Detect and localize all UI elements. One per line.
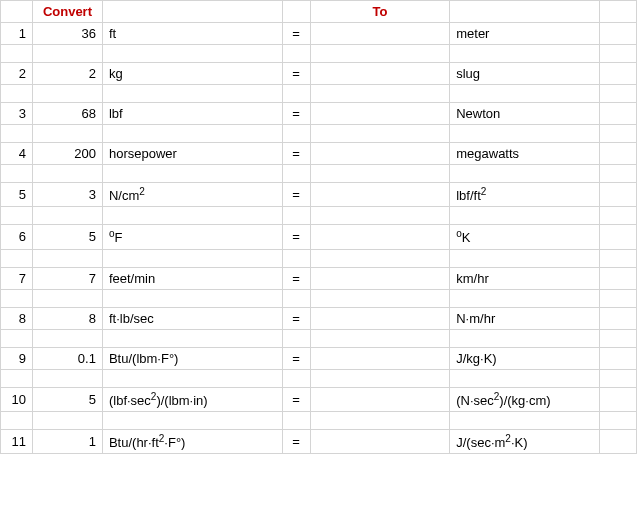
spacer-row bbox=[1, 411, 637, 429]
to-unit: Newton bbox=[450, 103, 600, 125]
from-unit: kg bbox=[102, 63, 282, 85]
equals-sign: = bbox=[282, 183, 310, 207]
to-unit: (N·sec2)/(kg·cm) bbox=[450, 387, 600, 411]
from-unit: ft·lb/sec bbox=[102, 307, 282, 329]
equals-sign: = bbox=[282, 225, 310, 249]
equals-sign: = bbox=[282, 387, 310, 411]
to-unit: megawatts bbox=[450, 143, 600, 165]
table-row: 4200horsepower=megawatts bbox=[1, 143, 637, 165]
table-row: 90.1Btu/(lbm·F°)=J/kg·K) bbox=[1, 347, 637, 369]
row-index: 6 bbox=[1, 225, 33, 249]
equals-sign: = bbox=[282, 429, 310, 453]
result-value bbox=[310, 307, 450, 329]
spacer-row bbox=[1, 125, 637, 143]
result-value bbox=[310, 143, 450, 165]
to-unit: km/hr bbox=[450, 267, 600, 289]
spacer-row bbox=[1, 207, 637, 225]
from-unit: N/cm2 bbox=[102, 183, 282, 207]
convert-value: 7 bbox=[32, 267, 102, 289]
convert-value: 200 bbox=[32, 143, 102, 165]
spacer-row bbox=[1, 85, 637, 103]
table-row: 22kg=slug bbox=[1, 63, 637, 85]
table-row: 368lbf=Newton bbox=[1, 103, 637, 125]
result-value bbox=[310, 103, 450, 125]
spacer-row bbox=[1, 329, 637, 347]
row-index: 3 bbox=[1, 103, 33, 125]
from-unit: ft bbox=[102, 23, 282, 45]
table-row: 88ft·lb/sec=N·m/hr bbox=[1, 307, 637, 329]
result-value bbox=[310, 63, 450, 85]
spacer-row bbox=[1, 45, 637, 63]
conversion-table: Convert To 136ft=meter22kg=slug368lbf=Ne… bbox=[0, 0, 637, 454]
equals-sign: = bbox=[282, 267, 310, 289]
from-unit: horsepower bbox=[102, 143, 282, 165]
row-index: 5 bbox=[1, 183, 33, 207]
row-index: 9 bbox=[1, 347, 33, 369]
convert-value: 2 bbox=[32, 63, 102, 85]
convert-value: 68 bbox=[32, 103, 102, 125]
table-row: 65oF=oK bbox=[1, 225, 637, 249]
row-index: 8 bbox=[1, 307, 33, 329]
convert-value: 3 bbox=[32, 183, 102, 207]
convert-value: 8 bbox=[32, 307, 102, 329]
convert-value: 36 bbox=[32, 23, 102, 45]
row-index: 11 bbox=[1, 429, 33, 453]
equals-sign: = bbox=[282, 143, 310, 165]
equals-sign: = bbox=[282, 63, 310, 85]
to-unit: slug bbox=[450, 63, 600, 85]
row-index: 7 bbox=[1, 267, 33, 289]
to-unit: lbf/ft2 bbox=[450, 183, 600, 207]
convert-value: 1 bbox=[32, 429, 102, 453]
header-convert: Convert bbox=[32, 1, 102, 23]
spacer-row bbox=[1, 289, 637, 307]
header-to: To bbox=[310, 1, 450, 23]
from-unit: (lbf·sec2)/(lbm·in) bbox=[102, 387, 282, 411]
convert-value: 0.1 bbox=[32, 347, 102, 369]
table-row: 111Btu/(hr·ft2·F°)=J/(sec·m2·K) bbox=[1, 429, 637, 453]
table-row: 53N/cm2=lbf/ft2 bbox=[1, 183, 637, 207]
result-value bbox=[310, 387, 450, 411]
result-value bbox=[310, 347, 450, 369]
to-unit: J/kg·K) bbox=[450, 347, 600, 369]
result-value bbox=[310, 23, 450, 45]
table-row: 136ft=meter bbox=[1, 23, 637, 45]
convert-value: 5 bbox=[32, 387, 102, 411]
to-unit: meter bbox=[450, 23, 600, 45]
convert-value: 5 bbox=[32, 225, 102, 249]
result-value bbox=[310, 225, 450, 249]
equals-sign: = bbox=[282, 23, 310, 45]
spacer-row bbox=[1, 165, 637, 183]
row-index: 4 bbox=[1, 143, 33, 165]
to-unit: J/(sec·m2·K) bbox=[450, 429, 600, 453]
result-value bbox=[310, 267, 450, 289]
table-row: 105(lbf·sec2)/(lbm·in)=(N·sec2)/(kg·cm) bbox=[1, 387, 637, 411]
row-index: 1 bbox=[1, 23, 33, 45]
to-unit: oK bbox=[450, 225, 600, 249]
result-value bbox=[310, 183, 450, 207]
equals-sign: = bbox=[282, 103, 310, 125]
from-unit: Btu/(lbm·F°) bbox=[102, 347, 282, 369]
equals-sign: = bbox=[282, 307, 310, 329]
spacer-row bbox=[1, 249, 637, 267]
equals-sign: = bbox=[282, 347, 310, 369]
from-unit: feet/min bbox=[102, 267, 282, 289]
result-value bbox=[310, 429, 450, 453]
spacer-row bbox=[1, 369, 637, 387]
from-unit: lbf bbox=[102, 103, 282, 125]
from-unit: oF bbox=[102, 225, 282, 249]
from-unit: Btu/(hr·ft2·F°) bbox=[102, 429, 282, 453]
row-index: 2 bbox=[1, 63, 33, 85]
row-index: 10 bbox=[1, 387, 33, 411]
table-row: 77feet/min=km/hr bbox=[1, 267, 637, 289]
header-row: Convert To bbox=[1, 1, 637, 23]
to-unit: N·m/hr bbox=[450, 307, 600, 329]
